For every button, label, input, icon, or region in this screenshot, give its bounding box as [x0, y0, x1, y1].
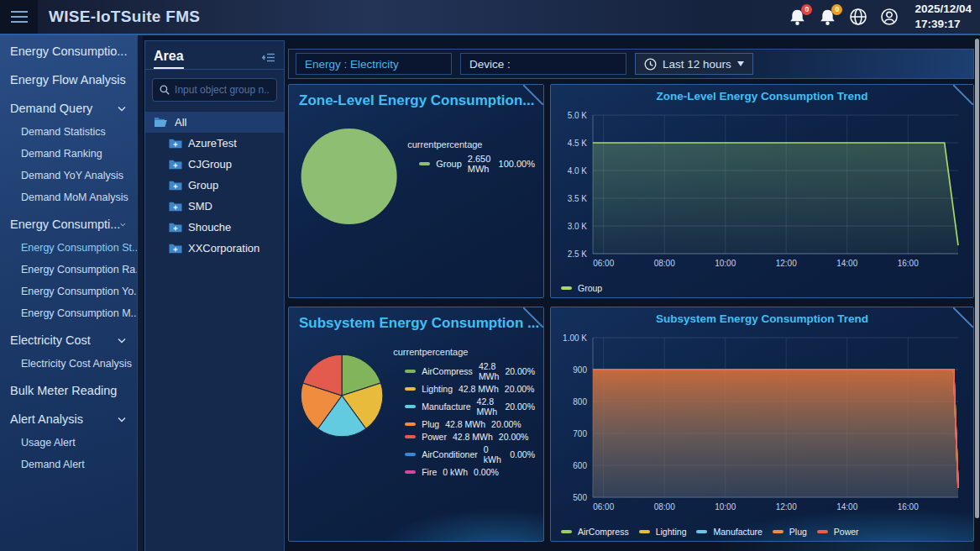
svg-text:08:00: 08:00 — [654, 259, 675, 268]
subsystem-pie-panel: Subsystem Energy Consumption ... current… — [288, 307, 544, 542]
svg-text:12:00: 12:00 — [776, 259, 797, 268]
legend-name: Lighting — [656, 527, 687, 537]
pie-legend: currentpercentageGroup2.650 MWh100.00% — [407, 139, 535, 235]
legend-item: Manufacture — [696, 527, 762, 537]
tree-item-shouche[interactable]: Shouche — [145, 217, 284, 238]
legend-value: 42.8 MWh — [459, 384, 499, 394]
legend-item: Lighting42.8 MWh20.00% — [393, 384, 535, 394]
folder-plus-icon — [169, 223, 182, 233]
legend-percent: 20.00% — [499, 432, 529, 442]
legend-percent: 20.00% — [505, 366, 535, 376]
legend-name: Group — [436, 159, 462, 169]
sidebar-item-energy-consumptio[interactable]: Energy Consumptio... — [0, 35, 137, 64]
legend-swatch — [639, 530, 650, 533]
sidebar-item-energy-consumption-yo[interactable]: Energy Consumption Yo... — [0, 281, 137, 302]
tree-item-xxcorporation[interactable]: XXCorporation — [145, 238, 284, 259]
chevron-down-icon — [120, 222, 126, 228]
area-panel-title: Area — [154, 49, 184, 69]
legend-name: Lighting — [422, 384, 453, 394]
account-button[interactable] — [880, 8, 899, 26]
panel-title: Zone-Level Energy Consumption... — [289, 85, 543, 111]
search-input[interactable] — [175, 84, 270, 96]
sidebar-item-demand-ranking[interactable]: Demand Ranking — [0, 143, 137, 165]
account-icon — [880, 8, 899, 26]
legend-swatch — [561, 530, 572, 533]
sidebar-item-demand-alert[interactable]: Demand Alert — [0, 454, 137, 475]
tree-children: AzureTestCJGroupGroupSMDShoucheXXCorpora… — [145, 133, 284, 259]
notification-bell-1[interactable]: 0 — [789, 8, 806, 26]
legend-value: 2.650 MWh — [468, 154, 493, 174]
sidebar-item-electricity-cost[interactable]: Electricity Cost — [0, 324, 137, 353]
date-text: 2025/12/04 — [914, 2, 972, 17]
sidebar-item-energy-consumption-st[interactable]: Energy Consumption St... — [0, 237, 137, 259]
sidebar-item-energy-consumpti[interactable]: Energy Consumpti... — [0, 208, 137, 237]
search-box[interactable] — [152, 78, 277, 102]
svg-text:16:00: 16:00 — [898, 502, 919, 512]
menu-button[interactable] — [0, 0, 38, 34]
legend-swatch — [405, 405, 416, 408]
legend-name: Fire — [422, 467, 437, 477]
legend-item: Group2.650 MWh100.00% — [407, 154, 535, 174]
notification-badge: 0 — [801, 4, 812, 15]
sidebar-item-label: Demand Statistics — [21, 126, 106, 138]
svg-text:900: 900 — [573, 365, 587, 375]
legend-name: AirCompress — [422, 366, 473, 376]
zone-trend-panel: Zone-Level Energy Consumption Trend 5.0 … — [550, 84, 974, 298]
legend-item: AirCompress — [561, 527, 629, 537]
tree-item-group[interactable]: Group — [145, 175, 284, 196]
zone-trend-chart: 5.0 K4.5 K4.0 K3.5 K3.0 K2.5 K06:0008:00… — [554, 107, 970, 277]
language-globe-button[interactable] — [849, 8, 867, 26]
legend-item: AirCompress42.8 MWh20.00% — [393, 361, 535, 381]
tree-item-smd[interactable]: SMD — [145, 196, 284, 217]
svg-text:10:00: 10:00 — [715, 259, 736, 268]
time-range-filter[interactable]: Last 12 hours — [635, 53, 753, 75]
sidebar-item-electricity-cost-analysis[interactable]: Electricity Cost Analysis — [0, 353, 137, 375]
header-actions: 0 0 2025/12/04 17:39:1 — [789, 2, 972, 31]
area-column: Area — [143, 35, 288, 551]
sidebar-item-label: Energy Consumption Yo... — [21, 286, 137, 297]
svg-text:06:00: 06:00 — [593, 502, 614, 512]
pie-svg — [299, 340, 385, 451]
sidebar-item-energy-consumption-ra[interactable]: Energy Consumption Ra... — [0, 259, 137, 281]
sidebar-item-demand-mom-analysis[interactable]: Demand MoM Analysis — [0, 186, 137, 208]
sidebar-item-bulk-meter-reading[interactable]: Bulk Meter Reading — [0, 375, 137, 403]
legend-value: 42.8 MWh — [453, 432, 493, 442]
subsystem-pie-chart: currentpercentageAirCompress42.8 MWh20.0… — [289, 333, 543, 480]
energy-filter[interactable]: Energy : Electricity — [296, 53, 452, 75]
sidebar-item-energy-consumption-m[interactable]: Energy Consumption M... — [0, 302, 137, 324]
page-scrollbar[interactable] — [974, 35, 980, 551]
tree-item-label: Group — [188, 179, 218, 192]
sidebar-item-usage-alert[interactable]: Usage Alert — [0, 432, 137, 454]
legend-name: Group — [578, 283, 602, 293]
sidebar-item-label: Bulk Meter Reading — [10, 384, 117, 397]
notification-bell-2[interactable]: 0 — [819, 8, 836, 26]
legend-value: 42.8 MWh — [479, 361, 500, 381]
pie-svg — [299, 118, 399, 235]
collapse-panel-icon[interactable] — [262, 51, 275, 66]
folder-plus-icon — [169, 202, 182, 212]
sidebar-scrollbar[interactable] — [137, 35, 143, 551]
main-content: Energy : Electricity Device : Last 12 ho… — [288, 35, 974, 551]
legend-name: AirConditioner — [422, 449, 478, 459]
tree-item-cjgroup[interactable]: CJGroup — [145, 154, 284, 175]
device-filter[interactable]: Device : — [460, 53, 626, 75]
sidebar-item-alert-analysis[interactable]: Alert Analysis — [0, 403, 137, 432]
sidebar-item-demand-statistics[interactable]: Demand Statistics — [0, 121, 137, 143]
tree-item-azuretest[interactable]: AzureTest — [145, 133, 284, 154]
corner-fold-icon — [523, 85, 543, 105]
subsystem-trend-chart: 1.00 K90080070060050006:0008:0010:0012:0… — [554, 329, 970, 521]
svg-text:3.5 K: 3.5 K — [568, 194, 588, 203]
sidebar-item-label: Alert Analysis — [10, 412, 83, 426]
energy-filter-label: Energy : Electricity — [305, 58, 399, 71]
sidebar-item-demand-yoy-analysis[interactable]: Demand YoY Analysis — [0, 165, 137, 186]
legend-item: Lighting — [639, 527, 687, 537]
scrollbar-thumb[interactable] — [975, 39, 979, 518]
globe-icon — [849, 8, 867, 26]
legend-percent: 20.00% — [505, 384, 535, 394]
legend-title: currentpercentage — [393, 347, 535, 357]
filter-bar: Energy : Electricity Device : Last 12 ho… — [288, 49, 974, 79]
sidebar-item-energy-flow-analysis[interactable]: Energy Flow Analysis — [0, 64, 137, 92]
panel-title: Subsystem Energy Consumption ... — [289, 307, 543, 333]
sidebar-item-demand-query[interactable]: Demand Query — [0, 92, 137, 121]
tree-item-all[interactable]: All — [145, 112, 284, 133]
